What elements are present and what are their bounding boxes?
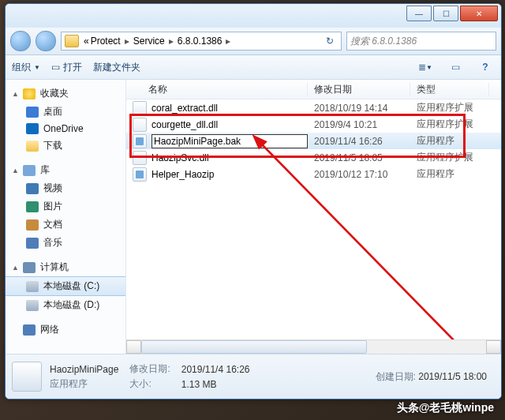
- downloads-icon: [26, 141, 39, 152]
- scroll-left-button[interactable]: [126, 340, 141, 354]
- nav-bar: « Protect▸ Service▸ 6.8.0.1386▸ ↻ 搜索 6.8…: [6, 28, 501, 55]
- back-button[interactable]: [10, 31, 31, 51]
- pictures-icon: [26, 201, 39, 212]
- file-type: 应用程序扩展: [410, 101, 489, 114]
- file-name: courgette_dll.dll: [152, 119, 218, 130]
- file-date: 2019/11/5 18:05: [308, 152, 410, 163]
- file-icon: [133, 134, 147, 148]
- status-create-value: 2019/11/5 18:00: [418, 371, 487, 382]
- file-icon: [133, 101, 147, 115]
- file-row[interactable]: Helper_Haozip2019/10/12 17:10应用程序: [126, 166, 501, 182]
- crumb[interactable]: 6.8.0.1386: [178, 36, 223, 47]
- refresh-button[interactable]: ↻: [322, 36, 338, 47]
- scroll-right-button[interactable]: [486, 340, 501, 354]
- documents-icon: [26, 219, 39, 231]
- file-type: 应用程序: [410, 134, 489, 148]
- status-size-label: 大小:: [129, 377, 170, 391]
- file-row[interactable]: courgette_dll.dll2019/9/4 10:21应用程序扩展: [126, 116, 501, 133]
- column-date[interactable]: 修改日期: [308, 83, 410, 96]
- address-bar[interactable]: « Protect▸ Service▸ 6.8.0.1386▸ ↻: [61, 32, 342, 51]
- file-type: 应用程序: [410, 167, 489, 181]
- sidebar: ▲收藏夹 桌面 OneDrive 下载 ▲库 视频 图片 文档 音乐 ▲计算机 …: [6, 80, 126, 354]
- star-icon: [23, 88, 36, 99]
- folder-icon: [65, 35, 79, 47]
- file-name: HaozipSvc.dll: [152, 152, 209, 163]
- file-type: 应用程序扩展: [410, 118, 489, 131]
- file-pane: 名称 修改日期 类型 coral_extract.dll2018/10/19 1…: [126, 80, 501, 354]
- sidebar-item-drive-c[interactable]: 本地磁盘 (C:): [6, 276, 125, 296]
- status-bar: HaozipMiniPage 修改日期: 2019/11/4 16:26 应用程…: [6, 354, 501, 399]
- onedrive-icon: [26, 123, 39, 134]
- sidebar-computer[interactable]: ▲计算机: [6, 258, 125, 276]
- view-options-button[interactable]: ≣ ▼: [416, 58, 435, 76]
- file-date: 2018/10/19 14:14: [308, 103, 410, 114]
- status-mod-label: 修改日期:: [129, 362, 170, 376]
- column-name[interactable]: 名称: [126, 83, 308, 96]
- chevron-right-icon: ▸: [122, 36, 132, 47]
- sidebar-favorites[interactable]: ▲收藏夹: [6, 84, 125, 103]
- search-box[interactable]: 搜索 6.8.0.1386: [346, 32, 496, 51]
- watermark: 头条@老毛桃winpe: [397, 401, 494, 415]
- file-name: coral_extract.dll: [152, 103, 218, 114]
- drive-icon: [26, 281, 39, 292]
- file-icon: [133, 167, 147, 182]
- sidebar-network[interactable]: 网络: [6, 321, 125, 339]
- status-size-value: 1.13 MB: [181, 379, 250, 390]
- file-icon: [133, 151, 147, 165]
- file-row[interactable]: HaozipSvc.dll2019/11/5 18:05应用程序扩展: [126, 149, 501, 166]
- network-icon: [23, 324, 36, 336]
- horizontal-scrollbar[interactable]: [126, 339, 501, 354]
- file-icon: [133, 118, 147, 132]
- sidebar-item-videos[interactable]: 视频: [6, 179, 125, 197]
- scroll-thumb[interactable]: [141, 340, 367, 354]
- sidebar-item-drive-d[interactable]: 本地磁盘 (D:): [6, 296, 125, 314]
- music-icon: [26, 238, 39, 249]
- maximize-button[interactable]: ☐: [433, 6, 458, 21]
- drive-icon: [26, 300, 39, 311]
- sidebar-item-downloads[interactable]: 下载: [6, 137, 125, 155]
- titlebar: — ☐ ✕: [6, 4, 501, 28]
- chevron-right-icon: ▸: [166, 36, 176, 47]
- status-mod-value: 2019/11/4 16:26: [181, 364, 250, 375]
- file-thumbnail: [12, 362, 42, 392]
- crumb[interactable]: Protect: [91, 36, 121, 47]
- sidebar-libraries[interactable]: ▲库: [6, 161, 125, 179]
- help-button[interactable]: ?: [476, 58, 495, 76]
- status-filetype: 应用程序: [50, 377, 118, 391]
- file-date: 2019/10/12 17:10: [308, 169, 410, 180]
- crumb[interactable]: Service: [133, 36, 165, 47]
- sidebar-item-documents[interactable]: 文档: [6, 216, 125, 234]
- sidebar-item-desktop[interactable]: 桌面: [6, 103, 125, 121]
- file-date: 2019/11/4 16:26: [308, 136, 410, 147]
- new-folder-button[interactable]: 新建文件夹: [93, 61, 140, 74]
- desktop-icon: [26, 107, 39, 118]
- file-list[interactable]: coral_extract.dll2018/10/19 14:14应用程序扩展c…: [126, 99, 501, 339]
- explorer-window: — ☐ ✕ « Protect▸ Service▸ 6.8.0.1386▸ ↻ …: [5, 3, 502, 399]
- status-create-label: 创建日期:: [376, 371, 416, 382]
- status-filename: HaozipMiniPage: [50, 364, 118, 375]
- file-row[interactable]: coral_extract.dll2018/10/19 14:14应用程序扩展: [126, 99, 501, 116]
- sidebar-item-pictures[interactable]: 图片: [6, 197, 125, 216]
- file-row[interactable]: 2019/11/4 16:26应用程序: [126, 133, 501, 149]
- file-name: Helper_Haozip: [152, 169, 214, 180]
- crumb-prefix: «: [84, 36, 89, 47]
- file-type: 应用程序扩展: [410, 151, 489, 164]
- column-type[interactable]: 类型: [410, 83, 489, 96]
- toolbar: 组织 ▼ ▭ 打开 新建文件夹 ≣ ▼ ▭ ?: [6, 55, 501, 80]
- computer-icon: [23, 262, 36, 273]
- chevron-right-icon: ▸: [223, 36, 233, 47]
- videos-icon: [26, 183, 39, 194]
- search-placeholder: 搜索 6.8.0.1386: [350, 35, 417, 48]
- file-date: 2019/9/4 10:21: [308, 119, 410, 130]
- preview-pane-button[interactable]: ▭: [446, 58, 465, 76]
- organize-menu[interactable]: 组织 ▼: [12, 61, 40, 74]
- rename-input[interactable]: [152, 134, 308, 148]
- sidebar-item-music[interactable]: 音乐: [6, 234, 125, 252]
- open-button[interactable]: ▭ 打开: [51, 61, 82, 74]
- open-icon: ▭: [51, 62, 60, 73]
- close-button[interactable]: ✕: [460, 6, 498, 21]
- minimize-button[interactable]: —: [406, 6, 432, 21]
- forward-button[interactable]: [36, 31, 56, 51]
- sidebar-item-onedrive[interactable]: OneDrive: [6, 121, 125, 137]
- column-headers: 名称 修改日期 类型: [126, 80, 501, 99]
